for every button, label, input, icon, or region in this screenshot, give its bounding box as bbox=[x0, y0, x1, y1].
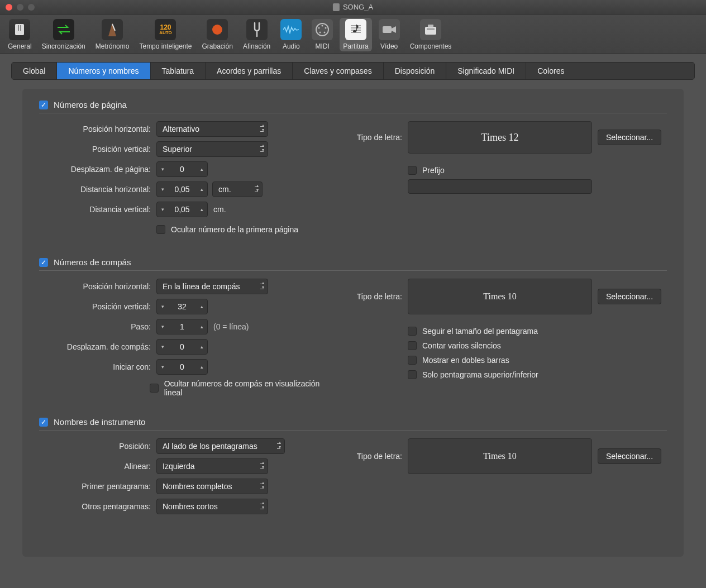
stepper-up-icon[interactable]: ▴ bbox=[196, 166, 207, 172]
other-staff-label: Otros pentagramas: bbox=[39, 502, 156, 511]
toolbar-smart-tempo[interactable]: 120 AUTO Tempo inteligente bbox=[136, 18, 195, 51]
window-title-text: SONG_A bbox=[343, 3, 373, 11]
h-distance-unit-select[interactable]: cm.▴▾ bbox=[212, 181, 263, 197]
hide-first-page-checkbox[interactable] bbox=[156, 225, 165, 234]
stepper-down-icon[interactable]: ▾ bbox=[157, 324, 168, 329]
top-bottom-checkbox[interactable] bbox=[408, 370, 417, 379]
start-with-stepper[interactable]: ▾ 0 ▴ bbox=[156, 359, 208, 375]
maximize-icon[interactable] bbox=[28, 4, 35, 11]
select-font-button[interactable]: Seleccionar... bbox=[598, 130, 661, 145]
show-double-label: Mostrar en dobles barras bbox=[422, 356, 509, 365]
svg-point-10 bbox=[324, 32, 326, 34]
toolbar-general[interactable]: General bbox=[4, 18, 35, 51]
toolbar-label: Partitura bbox=[343, 42, 368, 50]
first-staff-select[interactable]: Nombres completos▴▾ bbox=[156, 479, 268, 494]
instrument-names-checkbox[interactable]: ✓ bbox=[39, 418, 48, 427]
stepper-up-icon[interactable]: ▴ bbox=[196, 187, 207, 192]
audio-icon bbox=[280, 19, 302, 40]
record-icon bbox=[207, 19, 228, 40]
minimize-icon[interactable] bbox=[17, 4, 23, 11]
toolbar-label: General bbox=[8, 42, 32, 50]
toolbar-components[interactable]: Componentes bbox=[407, 18, 455, 51]
stepper-up-icon[interactable]: ▴ bbox=[196, 324, 207, 329]
stepper-down-icon[interactable]: ▾ bbox=[157, 207, 168, 212]
tab-layout[interactable]: Disposición bbox=[384, 63, 447, 79]
stepper-down-icon[interactable]: ▾ bbox=[157, 364, 168, 370]
follow-staff-checkbox[interactable] bbox=[408, 327, 417, 336]
stepper-down-icon[interactable]: ▾ bbox=[157, 166, 168, 172]
top-bottom-label: Solo pentagrama superior/inferior bbox=[422, 370, 538, 379]
tab-midi-meaning[interactable]: Significado MIDI bbox=[446, 63, 526, 79]
tab-global[interactable]: Global bbox=[12, 63, 57, 79]
toolbar-metronome[interactable]: Metrónomo bbox=[92, 18, 133, 51]
stepper-up-icon[interactable]: ▴ bbox=[196, 304, 207, 309]
toolbar-tuning[interactable]: Afinación bbox=[240, 18, 274, 51]
prefix-checkbox[interactable] bbox=[408, 166, 417, 175]
h-distance-label: Distancia horizontal: bbox=[39, 185, 156, 194]
select-font-button[interactable]: Seleccionar... bbox=[598, 289, 661, 304]
score-icon bbox=[345, 19, 366, 40]
toolbar-label: MIDI bbox=[316, 42, 330, 50]
tab-numbers-names[interactable]: Números y nombres bbox=[57, 63, 150, 79]
align-label: Alinear: bbox=[39, 462, 156, 471]
svg-point-6 bbox=[322, 25, 323, 27]
stepper-up-icon[interactable]: ▴ bbox=[196, 344, 207, 350]
stepper-up-icon[interactable]: ▴ bbox=[196, 207, 207, 212]
toolbar-label: Grabación bbox=[202, 42, 233, 50]
section-title: Números de página bbox=[54, 100, 127, 109]
hide-linear-checkbox[interactable] bbox=[150, 384, 158, 393]
section-page-numbers: ✓ Números de página Posición horizontal:… bbox=[39, 100, 667, 242]
page-numbers-checkbox[interactable]: ✓ bbox=[39, 101, 48, 109]
v-distance-label: Distancia vertical: bbox=[39, 205, 156, 214]
page-offset-stepper[interactable]: ▾ 0 ▴ bbox=[156, 161, 208, 177]
toolbar-midi[interactable]: MIDI bbox=[308, 18, 336, 51]
show-double-checkbox[interactable] bbox=[408, 356, 417, 365]
h-position-label: Posición horizontal: bbox=[39, 282, 156, 291]
tab-tablature[interactable]: Tablatura bbox=[151, 63, 206, 79]
other-staff-select[interactable]: Nombres cortos▴▾ bbox=[156, 499, 268, 514]
position-select[interactable]: Al lado de los pentagramas▴▾ bbox=[156, 438, 285, 454]
bar-offset-stepper[interactable]: ▾ 0 ▴ bbox=[156, 339, 208, 355]
svg-point-4 bbox=[212, 25, 222, 35]
bar-offset-label: Desplazam. de compás: bbox=[39, 342, 156, 351]
font-label: Tipo de letra: bbox=[341, 292, 402, 301]
stepper-down-icon[interactable]: ▾ bbox=[157, 304, 168, 309]
bar-h-position-select[interactable]: En la línea de compás▴▾ bbox=[156, 279, 268, 294]
stepper-down-icon[interactable]: ▾ bbox=[157, 187, 168, 192]
page-offset-label: Desplazam. de página: bbox=[39, 165, 156, 174]
prefix-input[interactable] bbox=[408, 179, 592, 194]
position-label: Posición: bbox=[39, 442, 156, 451]
toolbar-score[interactable]: Partitura bbox=[340, 18, 371, 51]
svg-rect-17 bbox=[383, 26, 392, 33]
h-distance-stepper[interactable]: ▾ 0,05 ▴ bbox=[156, 181, 208, 197]
count-rests-checkbox[interactable] bbox=[408, 341, 417, 350]
stepper-down-icon[interactable]: ▾ bbox=[157, 344, 168, 350]
tempo-mode: AUTO bbox=[159, 31, 172, 35]
section-title: Números de compás bbox=[54, 257, 131, 267]
first-staff-label: Primer pentagrama: bbox=[39, 482, 156, 491]
tab-clefs-signatures[interactable]: Claves y compases bbox=[293, 63, 383, 79]
v-distance-stepper[interactable]: ▾ 0,05 ▴ bbox=[156, 202, 208, 217]
section-instrument-names: ✓ Nombres de instrumento Posición: Al la… bbox=[39, 417, 667, 519]
svg-point-8 bbox=[325, 27, 327, 29]
toolbar-sync[interactable]: Sincronización bbox=[39, 18, 89, 51]
h-position-select[interactable]: Alternativo▴▾ bbox=[156, 121, 268, 137]
stepper-up-icon[interactable]: ▴ bbox=[196, 364, 207, 370]
font-label: Tipo de letra: bbox=[341, 452, 402, 461]
components-icon bbox=[420, 19, 441, 40]
tab-chords-grids[interactable]: Acordes y parrillas bbox=[206, 63, 293, 79]
titlebar: SONG_A bbox=[0, 0, 706, 15]
bar-v-position-stepper[interactable]: ▾ 32 ▴ bbox=[156, 299, 208, 314]
step-stepper[interactable]: ▾ 1 ▴ bbox=[156, 319, 208, 334]
v-position-select[interactable]: Superior▴▾ bbox=[156, 141, 268, 157]
toolbar-audio[interactable]: Audio bbox=[277, 18, 305, 51]
select-font-button[interactable]: Seleccionar... bbox=[598, 448, 661, 464]
close-icon[interactable] bbox=[6, 4, 12, 11]
tab-colors[interactable]: Colores bbox=[526, 63, 575, 79]
svg-rect-0 bbox=[15, 24, 24, 35]
toolbar-video[interactable]: Vídeo bbox=[375, 18, 403, 51]
align-select[interactable]: Izquierda▴▾ bbox=[156, 458, 268, 474]
toolbar-label: Sincronización bbox=[42, 42, 85, 50]
toolbar-recording[interactable]: Grabación bbox=[199, 18, 236, 51]
bar-numbers-checkbox[interactable]: ✓ bbox=[39, 258, 48, 267]
